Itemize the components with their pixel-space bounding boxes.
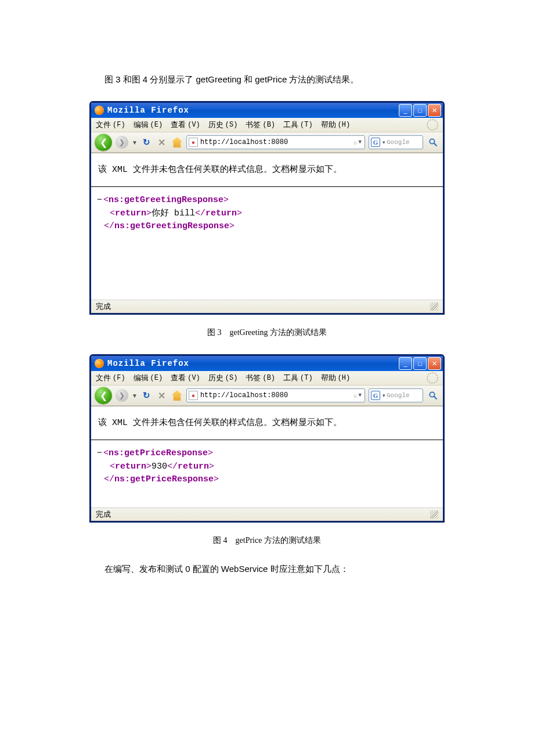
search-bar[interactable]: G ▾ Google: [369, 135, 423, 149]
url-text[interactable]: http://localhost:8080: [200, 391, 353, 399]
toolbar: ❮ ❯ ▼ ↻ ✕ ◆ http://localhost:8080 ☆ ▼ G …: [91, 386, 443, 406]
status-bar: 完成: [91, 300, 443, 313]
url-dropdown-icon[interactable]: ▼: [358, 139, 363, 145]
xml-notice: 该 XML 文件并未包含任何关联的样式信息。文档树显示如下。: [91, 153, 443, 187]
menu-file[interactable]: 文件(F): [96, 373, 125, 383]
throbber-icon: [427, 119, 438, 131]
search-engine-dropdown-icon[interactable]: ▾: [381, 393, 387, 398]
firefox-window-2: Mozilla Firefox _ □ ✕ 文件(F) 编辑(E) 查看(V) …: [89, 354, 445, 523]
google-icon[interactable]: G: [371, 138, 380, 147]
search-engine-dropdown-icon[interactable]: ▾: [381, 139, 387, 145]
figure-caption-3: 图 3 getGreeting 方法的测试结果: [89, 327, 445, 338]
outro-paragraph: 在编写、发布和测试 0 配置的 WebService 时应注意如下几点：: [89, 562, 445, 576]
maximize-button[interactable]: □: [413, 357, 427, 370]
titlebar[interactable]: Mozilla Firefox _ □ ✕: [91, 356, 443, 371]
menubar: 文件(F) 编辑(E) 查看(V) 历史(S) 书签(B) 工具(T) 帮助(H…: [91, 371, 443, 386]
back-button[interactable]: ❮: [95, 134, 112, 151]
menubar: 文件(F) 编辑(E) 查看(V) 历史(S) 书签(B) 工具(T) 帮助(H…: [91, 118, 443, 132]
window-title: Mozilla Firefox: [107, 359, 189, 368]
google-icon[interactable]: G: [371, 391, 380, 400]
search-placeholder: Google: [387, 392, 410, 399]
maximize-button[interactable]: □: [413, 104, 427, 117]
return-value: 你好 bill: [151, 208, 195, 218]
home-button[interactable]: [171, 390, 183, 401]
titlebar[interactable]: Mozilla Firefox _ □ ✕: [91, 103, 443, 118]
bookmark-star-icon[interactable]: ☆: [353, 391, 357, 400]
window-title: Mozilla Firefox: [107, 106, 189, 115]
search-placeholder: Google: [387, 139, 410, 146]
forward-button[interactable]: ❯: [116, 389, 128, 402]
stop-button[interactable]: ✕: [156, 136, 168, 148]
forward-button[interactable]: ❯: [116, 136, 128, 149]
menu-view[interactable]: 查看(V): [171, 373, 200, 383]
search-go-button[interactable]: [427, 389, 439, 402]
favicon-icon: ◆: [189, 391, 198, 400]
url-bar[interactable]: ◆ http://localhost:8080 ☆ ▼: [186, 388, 365, 402]
stop-button[interactable]: ✕: [156, 390, 168, 401]
firefox-window-1: Mozilla Firefox _ □ ✕ 文件(F) 编辑(E) 查看(V) …: [89, 101, 445, 315]
xml-tree: −<ns:getPriceResponse> <return>930</retu…: [91, 440, 443, 507]
status-text: 完成: [96, 509, 111, 520]
status-text: 完成: [96, 301, 111, 312]
return-value: 930: [151, 462, 167, 471]
xml-notice: 该 XML 文件并未包含任何关联的样式信息。文档树显示如下。: [91, 406, 443, 440]
dropdown-icon[interactable]: ▼: [132, 139, 138, 146]
status-bar: 完成: [91, 507, 443, 521]
search-bar[interactable]: G ▾ Google: [369, 388, 423, 402]
xml-tree: −<ns:getGreetingResponse> <return>你好 bil…: [91, 187, 443, 300]
resize-grip-icon[interactable]: [430, 510, 438, 519]
content-area: 该 XML 文件并未包含任何关联的样式信息。文档树显示如下。 −<ns:getP…: [91, 406, 443, 507]
svg-line-1: [434, 143, 436, 146]
menu-view[interactable]: 查看(V): [171, 120, 200, 130]
menu-bookmarks[interactable]: 书签(B): [246, 373, 275, 383]
dropdown-icon[interactable]: ▼: [132, 393, 138, 399]
url-dropdown-icon[interactable]: ▼: [358, 393, 363, 398]
menu-help[interactable]: 帮助(H): [321, 120, 351, 130]
menu-edit[interactable]: 编辑(E): [134, 373, 163, 383]
menu-history[interactable]: 历史(S): [208, 120, 238, 130]
firefox-icon: [95, 359, 104, 368]
figure-caption-4: 图 4 getPrice 方法的测试结果: [89, 535, 445, 546]
bookmark-star-icon[interactable]: ☆: [353, 138, 357, 147]
menu-tools[interactable]: 工具(T): [283, 373, 313, 383]
menu-help[interactable]: 帮助(H): [321, 373, 351, 383]
url-bar[interactable]: ◆ http://localhost:8080 ☆ ▼: [186, 135, 365, 149]
minimize-button[interactable]: _: [399, 104, 412, 117]
reload-button[interactable]: ↻: [141, 390, 153, 401]
back-button[interactable]: ❮: [95, 387, 112, 404]
reload-button[interactable]: ↻: [141, 136, 153, 148]
throbber-icon: [427, 372, 438, 384]
menu-bookmarks[interactable]: 书签(B): [246, 120, 275, 130]
content-area: 该 XML 文件并未包含任何关联的样式信息。文档树显示如下。 −<ns:getG…: [91, 153, 443, 300]
menu-tools[interactable]: 工具(T): [283, 120, 313, 130]
minimize-button[interactable]: _: [399, 357, 412, 370]
close-button[interactable]: ✕: [428, 357, 441, 370]
search-go-button[interactable]: [427, 136, 439, 149]
intro-paragraph: 图 3 和图 4 分别显示了 getGreeting 和 getPrice 方法…: [89, 73, 445, 87]
home-button[interactable]: [171, 136, 183, 148]
toolbar: ❮ ❯ ▼ ↻ ✕ ◆ http://localhost:8080 ☆ ▼ G …: [91, 132, 443, 153]
firefox-icon: [95, 106, 104, 115]
menu-edit[interactable]: 编辑(E): [134, 120, 163, 130]
resize-grip-icon[interactable]: [430, 303, 438, 311]
favicon-icon: ◆: [189, 138, 198, 147]
menu-file[interactable]: 文件(F): [96, 120, 125, 130]
menu-history[interactable]: 历史(S): [208, 373, 238, 383]
close-button[interactable]: ✕: [428, 104, 441, 117]
url-text[interactable]: http://localhost:8080: [200, 138, 353, 146]
svg-line-3: [434, 397, 436, 399]
